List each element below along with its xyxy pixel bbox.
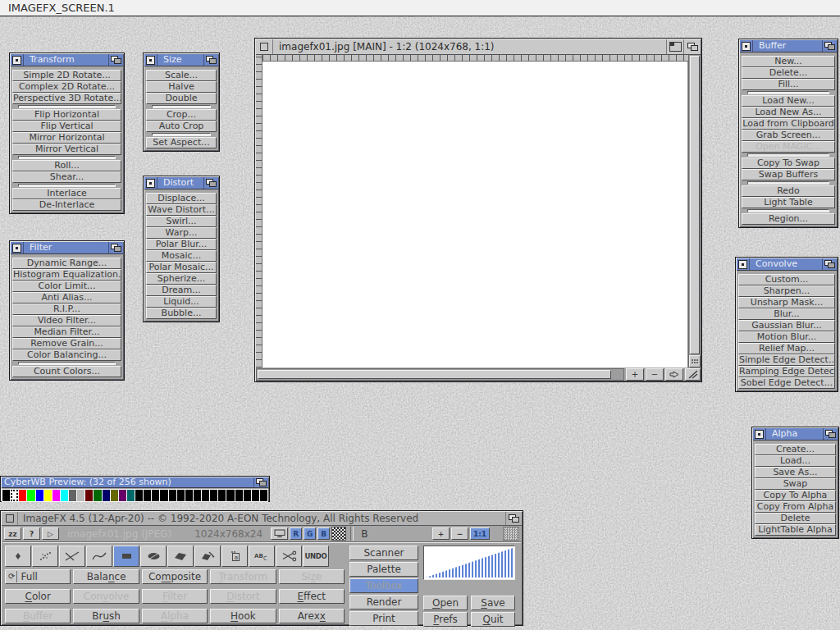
save-button[interactable]: Save <box>471 596 515 610</box>
curve-tool-button[interactable] <box>86 546 112 567</box>
color-swatch-27[interactable] <box>226 490 234 501</box>
color-swatch-2[interactable] <box>19 490 26 501</box>
light-table-button[interactable]: Light Table <box>742 197 835 208</box>
clip-text-tool-button[interactable]: a <box>221 546 248 567</box>
close-gadget-icon[interactable] <box>740 40 753 52</box>
color-swatch-26[interactable] <box>218 490 226 501</box>
polygon-tool-button[interactable] <box>167 546 194 567</box>
set-aspect-button[interactable]: Set Aspect... <box>146 137 217 148</box>
alpha-checker-icon[interactable] <box>331 527 346 541</box>
color-swatch-18[interactable] <box>152 490 159 501</box>
convolve-titlebar[interactable]: Convolve <box>737 258 837 271</box>
prefs-button[interactable]: Prefs <box>423 612 468 627</box>
histogram-equalization-button[interactable]: Histogram Equalization... <box>12 269 121 281</box>
zoom-out-button[interactable]: − <box>646 368 664 381</box>
ramping-edge-detect-button[interactable]: Ramping Edge Detect <box>738 366 835 377</box>
delete-button[interactable]: Delete <box>755 513 836 524</box>
simple-edge-detect-button[interactable]: Simple Edge Detect... <box>738 354 835 366</box>
open-button[interactable]: Open <box>423 596 468 610</box>
alpha-titlebar[interactable]: Alpha <box>753 428 838 441</box>
oval-tool-button[interactable] <box>140 546 167 567</box>
color-swatch-4[interactable] <box>36 490 43 501</box>
close-gadget-icon[interactable] <box>144 54 158 66</box>
effect-button[interactable]: Effect <box>279 589 345 604</box>
color-swatch-28[interactable] <box>235 490 243 501</box>
color-swatch-22[interactable] <box>185 490 193 501</box>
polar-mosaic-button[interactable]: Polar Mosaic... <box>146 262 217 273</box>
color-swatch-6[interactable] <box>52 490 60 501</box>
balance-button[interactable]: Balance <box>73 569 139 584</box>
simple-2d-rotate-button[interactable]: Simple 2D Rotate... <box>12 70 121 81</box>
depth-gadget-icon[interactable] <box>203 177 218 189</box>
close-gadget-icon[interactable] <box>2 512 18 525</box>
transform-titlebar[interactable]: Transform <box>11 54 123 66</box>
zoom-ratio-button[interactable]: 1:1 <box>470 527 490 540</box>
double-button[interactable]: Double <box>146 93 217 104</box>
close-gadget-icon[interactable] <box>256 39 273 54</box>
horizontal-scrollbar-thumb[interactable] <box>258 370 611 379</box>
color-swatch-23[interactable] <box>194 490 201 501</box>
sleep-button[interactable]: zz <box>4 527 21 540</box>
dream-button[interactable]: Dream... <box>146 285 217 296</box>
close-gadget-icon[interactable] <box>753 428 766 440</box>
color-swatch-7[interactable] <box>61 490 68 501</box>
depth-gadget-icon[interactable] <box>108 54 123 66</box>
interlace-button[interactable]: Interlace <box>12 188 121 199</box>
copy-to-alpha-button[interactable]: Copy To Alpha <box>755 490 836 501</box>
color-swatch-8[interactable] <box>69 490 76 501</box>
mirror-vertical-button[interactable]: Mirror Vertical <box>12 144 121 155</box>
text-tool-button[interactable]: ABC <box>249 546 275 567</box>
color-swatch-31[interactable] <box>260 490 267 501</box>
de-interlace-button[interactable]: De-Interlace <box>12 199 121 211</box>
scanner-button[interactable]: Scanner <box>349 546 418 560</box>
blue-channel-toggle[interactable]: B <box>317 527 330 540</box>
brush-button[interactable]: Brush <box>73 609 139 623</box>
mirror-horizontal-button[interactable]: Mirror Horizontal <box>12 132 121 144</box>
remove-grain-button[interactable]: Remove Grain... <box>12 338 121 349</box>
point-tool-button[interactable] <box>5 546 31 567</box>
fill-button[interactable]: Fill... <box>742 79 835 90</box>
unsharp-mask-button[interactable]: Unsharp Mask... <box>738 297 835 308</box>
close-gadget-icon[interactable] <box>144 177 158 189</box>
resize-gadget-icon[interactable] <box>685 368 701 381</box>
color-button[interactable]: Color <box>5 589 71 604</box>
new-button[interactable]: New... <box>742 56 835 67</box>
zoom-gadget-icon[interactable] <box>666 39 683 54</box>
color-limit-button[interactable]: Color Limit... <box>12 281 121 292</box>
load-from-clipboard-button[interactable]: Load from Clipboard <box>742 118 835 130</box>
depth-gadget-icon[interactable] <box>108 242 123 253</box>
create-button[interactable]: Create... <box>755 444 836 455</box>
color-swatch-16[interactable] <box>135 490 143 501</box>
color-swatch-30[interactable] <box>252 490 259 501</box>
color-swatch-20[interactable] <box>169 490 176 501</box>
palette-button[interactable]: Palette <box>349 562 418 577</box>
swap-button[interactable]: Swap <box>755 478 836 490</box>
copy-from-alpha-button[interactable]: Copy From Alpha <box>755 501 836 513</box>
buffer-titlebar[interactable]: Buffer <box>740 40 837 52</box>
spherize-button[interactable]: Spherize... <box>146 273 217 285</box>
palette-titlebar[interactable]: CyberWB Preview: (32 of 256 shown) <box>2 477 268 488</box>
anti-alias-button[interactable]: Anti Alias... <box>12 292 121 304</box>
polar-blur-button[interactable]: Polar Blur... <box>146 239 217 250</box>
close-gadget-icon[interactable] <box>11 54 24 66</box>
color-swatch-19[interactable] <box>160 490 167 501</box>
close-gadget-icon[interactable] <box>737 258 750 270</box>
relief-map-button[interactable]: Relief Map... <box>738 343 835 354</box>
help-button[interactable]: ? <box>23 527 40 540</box>
redo-button[interactable]: Redo <box>742 185 835 197</box>
close-gadget-icon[interactable] <box>11 242 24 253</box>
color-swatch-15[interactable] <box>127 490 135 501</box>
roll-button[interactable]: Roll... <box>12 160 121 171</box>
vertical-scrollbar[interactable] <box>688 55 701 368</box>
depth-gadget-icon[interactable] <box>683 39 701 54</box>
depth-gadget-icon[interactable] <box>822 258 837 270</box>
play-arexx-icon[interactable]: ▷ <box>42 527 59 540</box>
bubble-button[interactable]: Bubble... <box>146 308 217 319</box>
dither-pattern-icon[interactable] <box>503 527 519 541</box>
save-as-button[interactable]: Save As... <box>755 467 836 478</box>
region-button[interactable]: Region... <box>742 213 835 225</box>
freehand-polygon-tool-button[interactable] <box>194 546 221 567</box>
arexx-button[interactable]: Arexx <box>279 609 345 623</box>
sharpen-button[interactable]: Sharpen... <box>738 285 835 297</box>
toolbox-button[interactable]: Toolbox <box>349 578 418 593</box>
